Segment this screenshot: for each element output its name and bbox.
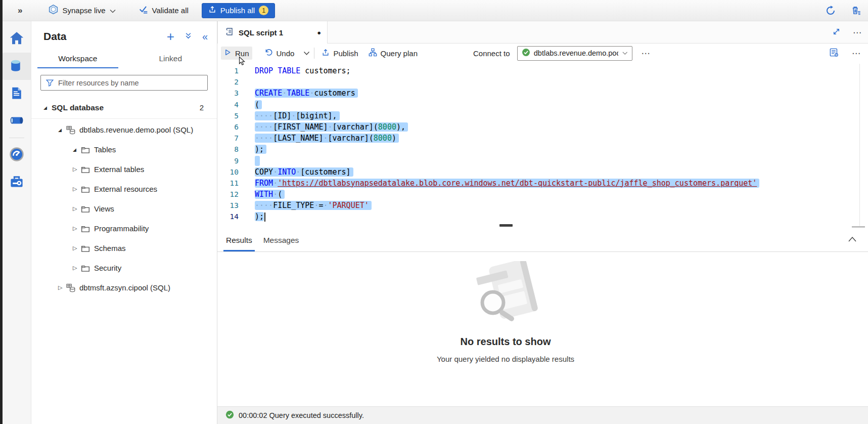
code-token: [customers]: [300, 167, 350, 177]
tree-item-programmability[interactable]: ▷Programmability: [31, 219, 217, 238]
tree-expand-arrow-icon[interactable]: ▷: [73, 245, 81, 251]
tree-expand-arrow-icon[interactable]: ▷: [73, 186, 81, 192]
nav-develop[interactable]: [3, 80, 31, 107]
code-line[interactable]: 14);: [217, 211, 868, 222]
code-line[interactable]: 6····[FIRST_NAME]·[varchar](8000),: [217, 121, 868, 133]
query-plan-button[interactable]: Query plan: [366, 46, 421, 60]
tree-expand-arrow-icon[interactable]: ▷: [58, 284, 66, 291]
code-token: INTO: [278, 167, 296, 177]
line-number[interactable]: 2: [217, 76, 239, 88]
selection-highlight: ····FILE_TYPE·=·'PARQUET': [255, 201, 372, 210]
code-line[interactable]: 2: [217, 76, 868, 88]
refresh-button[interactable]: [825, 5, 837, 17]
mode-selector[interactable]: Synapse live: [49, 5, 115, 16]
sql-code-editor[interactable]: 1DROP TABLE customers;23CREATE·TABLE·cus…: [217, 63, 868, 226]
line-number[interactable]: 13: [217, 200, 239, 211]
code-token: 'https://dbtlabsynapsedatalake.blob.core…: [278, 179, 757, 188]
double-chevron-down-icon[interactable]: [185, 32, 192, 41]
tab-sql-script-1[interactable]: SQL script 1 ●: [217, 21, 328, 44]
code-line[interactable]: 9: [217, 155, 868, 166]
pool-selector-dropdown[interactable]: dbtlabs.revenue.demo.pool: [517, 46, 632, 61]
code-line[interactable]: 13····FILE_TYPE·=·'PARQUET': [217, 200, 868, 211]
tree-item-external-resources[interactable]: ▷External resources: [31, 179, 217, 199]
toolbar-more-icon[interactable]: ⋯: [642, 48, 651, 59]
expand-menu-icon[interactable]: »: [18, 6, 22, 16]
tree-item-dbtlabs-revenue-demo-pool-sql[interactable]: ◢dbtlabs.revenue.demo.pool (SQL): [31, 120, 217, 140]
code-token: [varchar](: [328, 134, 374, 143]
nav-manage[interactable]: [3, 168, 31, 196]
collapse-results-chevron-icon[interactable]: [848, 236, 857, 242]
code-token: [varchar](: [333, 122, 378, 132]
tab-results[interactable]: Results: [223, 236, 255, 251]
properties-icon[interactable]: [829, 48, 839, 59]
nav-monitor[interactable]: [3, 141, 31, 168]
tree-item-dbtmsft-azsyn-cipool-sql[interactable]: ▷dbtmsft.azsyn.cipool (SQL): [31, 278, 217, 298]
nav-integrate[interactable]: [3, 107, 31, 135]
line-number[interactable]: 11: [217, 178, 239, 189]
tree-divider: [31, 118, 217, 119]
code-token: FROM: [255, 179, 273, 188]
line-number[interactable]: 6: [217, 121, 239, 133]
selection-highlight: );: [255, 212, 264, 221]
line-number[interactable]: 8: [217, 144, 239, 155]
tree-collapse-arrow-icon[interactable]: ◢: [58, 128, 66, 133]
expand-editor-icon[interactable]: [832, 27, 841, 38]
code-line[interactable]: 8);: [217, 144, 868, 155]
line-number[interactable]: 9: [217, 155, 239, 166]
code-line[interactable]: 12WITH·(: [217, 189, 868, 200]
line-number[interactable]: 10: [217, 166, 239, 178]
line-number[interactable]: 12: [217, 189, 239, 200]
tree-expand-arrow-icon[interactable]: ▷: [73, 225, 81, 232]
tab-messages[interactable]: Messages: [261, 236, 302, 251]
line-number[interactable]: 7: [217, 133, 239, 144]
tree-collapse-arrow-icon[interactable]: ◢: [43, 105, 52, 110]
code-line[interactable]: 5····[ID]·[bigint],: [217, 110, 868, 121]
line-number[interactable]: 14: [217, 211, 239, 222]
discard-trash-button[interactable]: [850, 5, 862, 17]
collapse-panel-icon[interactable]: «: [202, 31, 208, 43]
selection-highlight: CREATE·TABLE·customers: [255, 89, 358, 98]
nav-home[interactable]: [3, 25, 31, 53]
splitter-handle[interactable]: [499, 224, 513, 227]
code-line[interactable]: 3CREATE·TABLE·customers: [217, 88, 868, 99]
tree-item-label: Security: [94, 264, 121, 272]
run-button[interactable]: Run: [221, 47, 252, 60]
add-resource-button[interactable]: +: [167, 32, 174, 41]
document-tabstrip: SQL script 1 ● ⋯: [217, 21, 868, 44]
folder-icon: [81, 264, 94, 272]
tree-item-sql-database[interactable]: ◢SQL database2: [31, 98, 217, 117]
line-number[interactable]: 3: [217, 88, 239, 99]
tree-expand-arrow-icon[interactable]: ▷: [73, 205, 81, 212]
tree-expand-arrow-icon[interactable]: ▷: [73, 166, 81, 173]
tree-item-views[interactable]: ▷Views: [31, 199, 217, 219]
tree-item-tables[interactable]: ◢Tables: [31, 140, 217, 159]
undo-button[interactable]: Undo: [261, 46, 298, 60]
code-line[interactable]: 10COPY·INTO·[customers]: [217, 166, 868, 178]
tree-collapse-arrow-icon[interactable]: ◢: [73, 147, 81, 152]
panel-title: Data: [43, 30, 67, 43]
validate-all-button[interactable]: Validate all: [139, 5, 189, 16]
code-line[interactable]: 1DROP TABLE customers;: [217, 65, 868, 76]
tree-item-schemas[interactable]: ▷Schemas: [31, 238, 217, 258]
tab-workspace[interactable]: Workspace: [37, 50, 118, 68]
code-line[interactable]: 4(: [217, 99, 868, 110]
tree-expand-arrow-icon[interactable]: ▷: [73, 265, 81, 271]
tree-item-external-tables[interactable]: ▷External tables: [31, 159, 217, 179]
tree-item-security[interactable]: ▷Security: [31, 258, 217, 278]
filter-resources-input[interactable]: [40, 75, 208, 91]
line-number[interactable]: 5: [217, 110, 239, 121]
tab-linked[interactable]: Linked: [130, 50, 211, 68]
tabstrip-more-icon[interactable]: ⋯: [853, 27, 862, 38]
code-token: COPY: [255, 167, 273, 177]
nav-data[interactable]: [3, 53, 31, 80]
run-options-chevron-icon[interactable]: [303, 51, 310, 56]
home-icon: [9, 31, 24, 48]
publish-button[interactable]: Publish: [318, 47, 361, 60]
line-number[interactable]: 1: [217, 65, 239, 76]
code-line[interactable]: 11FROM·'https://dbtlabsynapsedatalake.bl…: [217, 178, 868, 189]
publish-all-button[interactable]: Publish all 1: [202, 3, 275, 18]
editor-more-icon[interactable]: ⋯: [852, 48, 861, 59]
code-line[interactable]: 7····[LAST_NAME]·[varchar](8000): [217, 133, 868, 144]
line-number[interactable]: 4: [217, 99, 239, 110]
folder-icon: [81, 165, 94, 174]
